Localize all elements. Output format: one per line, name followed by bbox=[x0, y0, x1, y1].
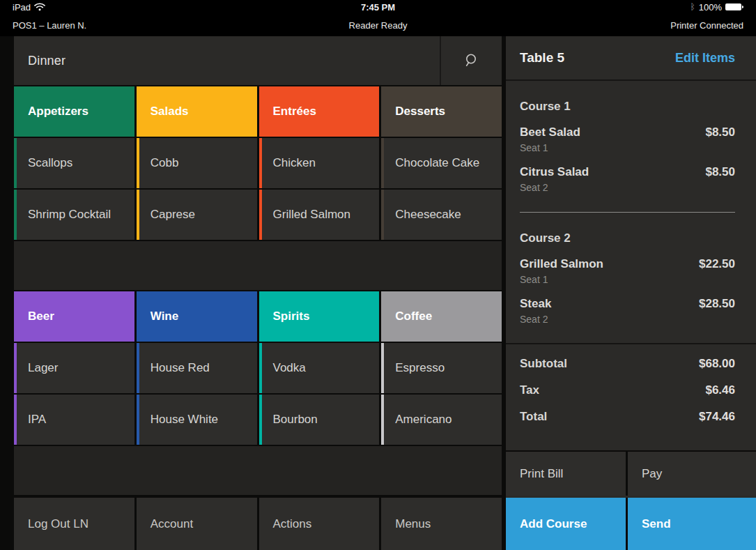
ticket-item-price: $8.50 bbox=[705, 165, 735, 179]
ios-status-bar: iPad 7:45 PM ᛒ 100% bbox=[0, 0, 756, 14]
ticket-item-line: Steak$28.50 bbox=[520, 297, 735, 311]
bluetooth-icon: ᛒ bbox=[691, 3, 695, 11]
category-tile-spirits[interactable]: Spirits bbox=[259, 291, 380, 342]
totals-section: Subtotal$68.00Tax$6.46Total$74.46 bbox=[520, 357, 735, 424]
total-row-total: Total$74.46 bbox=[520, 410, 735, 424]
printer-status: Printer Connected bbox=[670, 20, 743, 31]
total-value: $68.00 bbox=[699, 357, 735, 371]
category-tile-wine[interactable]: Wine bbox=[137, 291, 257, 342]
menu-header: Dinner bbox=[14, 36, 502, 85]
item-tile-lager[interactable]: Lager bbox=[14, 343, 134, 393]
item-tile-ipa[interactable]: IPA bbox=[14, 395, 134, 445]
item-tile-bourbon[interactable]: Bourbon bbox=[259, 395, 380, 445]
ticket-item-name: Beet Salad bbox=[520, 125, 580, 139]
empty-grid-space bbox=[14, 446, 502, 495]
send-button[interactable]: Send bbox=[628, 498, 756, 550]
item-tile-grilled-salmon[interactable]: Grilled Salmon bbox=[259, 190, 380, 240]
ticket-item-seat: Seat 1 bbox=[520, 142, 735, 153]
totals-divider bbox=[506, 343, 756, 344]
app-status-bar: POS1 – Lauren N. Reader Ready Printer Co… bbox=[0, 14, 756, 36]
total-value: $74.46 bbox=[699, 410, 735, 424]
search-button[interactable] bbox=[441, 36, 502, 85]
ticket-item-beet-salad[interactable]: Beet Salad$8.50Seat 1 bbox=[520, 125, 735, 153]
wifi-icon bbox=[34, 3, 45, 11]
item-tile-caprese[interactable]: Caprese bbox=[137, 190, 257, 240]
ticket-item-steak[interactable]: Steak$28.50Seat 2 bbox=[520, 297, 735, 325]
total-label: Subtotal bbox=[520, 357, 567, 371]
ticket-item-name: Citrus Salad bbox=[520, 165, 589, 179]
total-label: Total bbox=[520, 410, 547, 424]
total-row-tax: Tax$6.46 bbox=[520, 383, 735, 397]
ticket-item-grilled-salmon[interactable]: Grilled Salmon$22.50Seat 1 bbox=[520, 257, 735, 285]
course-heading: Course 2 bbox=[520, 231, 735, 245]
total-value: $6.46 bbox=[705, 383, 735, 397]
item-tile-americano[interactable]: Americano bbox=[381, 395, 502, 445]
add-course-button[interactable]: Add Course bbox=[506, 498, 626, 550]
category-row: AppetizersSaladsEntréesDesserts bbox=[14, 86, 502, 137]
nav-button-menus[interactable]: Menus bbox=[381, 498, 502, 550]
category-tile-desserts[interactable]: Desserts bbox=[381, 86, 502, 137]
category-tile-entrees[interactable]: Entrées bbox=[259, 86, 380, 137]
bottom-nav-row: Log Out LNAccountActionsMenus bbox=[14, 498, 502, 550]
ticket-item-line: Grilled Salmon$22.50 bbox=[520, 257, 735, 271]
item-tile-house-red[interactable]: House Red bbox=[137, 343, 257, 393]
ticket-item-price: $28.50 bbox=[699, 297, 735, 311]
ticket-item-line: Beet Salad$8.50 bbox=[520, 125, 735, 139]
item-tile-house-white[interactable]: House White bbox=[137, 395, 257, 445]
carrier-label: iPad bbox=[13, 2, 31, 13]
item-row: IPAHouse WhiteBourbonAmericano bbox=[14, 395, 502, 445]
course-divider bbox=[520, 212, 735, 213]
total-label: Tax bbox=[520, 383, 539, 397]
item-tile-cobb[interactable]: Cobb bbox=[137, 138, 257, 188]
ticket-item-name: Steak bbox=[520, 297, 551, 311]
register-employee-label: POS1 – Lauren N. bbox=[13, 20, 86, 31]
nav-button-account[interactable]: Account bbox=[137, 498, 257, 550]
course-heading: Course 1 bbox=[520, 100, 735, 114]
ticket-item-seat: Seat 2 bbox=[520, 314, 735, 325]
nav-button-actions[interactable]: Actions bbox=[259, 498, 380, 550]
reader-status: Reader Ready bbox=[349, 20, 408, 31]
edit-items-button[interactable]: Edit Items bbox=[675, 51, 735, 66]
ticket-panel: Table 5 Edit Items Course 1Beet Salad$8.… bbox=[506, 36, 756, 550]
ticket-item-price: $22.50 bbox=[699, 257, 735, 271]
item-tile-shrimp-cocktail[interactable]: Shrimp Cocktail bbox=[14, 190, 134, 240]
item-row: LagerHouse RedVodkaEspresso bbox=[14, 343, 502, 393]
secondary-actions-row: Print Bill Pay bbox=[506, 450, 756, 496]
table-name: Table 5 bbox=[520, 50, 675, 66]
item-tile-chocolate-cake[interactable]: Chocolate Cake bbox=[381, 138, 502, 188]
main-area: Dinner AppetizersSaladsEntréesDessertsSc… bbox=[0, 36, 756, 550]
pay-button[interactable]: Pay bbox=[628, 452, 756, 496]
total-row-subtotal: Subtotal$68.00 bbox=[520, 357, 735, 371]
ticket-header: Table 5 Edit Items bbox=[506, 36, 756, 81]
primary-actions-row: Add Course Send bbox=[506, 498, 756, 550]
item-tile-espresso[interactable]: Espresso bbox=[381, 343, 502, 393]
ticket-item-seat: Seat 2 bbox=[520, 182, 735, 193]
print-bill-button[interactable]: Print Bill bbox=[506, 452, 626, 496]
menu-title: Dinner bbox=[14, 36, 440, 85]
clock: 7:45 PM bbox=[361, 2, 395, 13]
category-row: BeerWineSpiritsCoffee bbox=[14, 291, 502, 342]
item-tile-cheesecake[interactable]: Cheesecake bbox=[381, 190, 502, 240]
category-tile-beer[interactable]: Beer bbox=[14, 291, 134, 342]
category-tile-appetizers[interactable]: Appetizers bbox=[14, 86, 134, 137]
ticket-item-citrus-salad[interactable]: Citrus Salad$8.50Seat 2 bbox=[520, 165, 735, 193]
menu-panel: Dinner AppetizersSaladsEntréesDessertsSc… bbox=[0, 36, 502, 550]
ticket-item-seat: Seat 1 bbox=[520, 274, 735, 285]
item-row: ScallopsCobbChickenChocolate Cake bbox=[14, 138, 502, 188]
item-row: Shrimp CocktailCapreseGrilled SalmonChee… bbox=[14, 190, 502, 240]
category-tile-salads[interactable]: Salads bbox=[137, 86, 257, 137]
empty-grid-space bbox=[14, 241, 502, 290]
item-tile-scallops[interactable]: Scallops bbox=[14, 138, 134, 188]
item-tile-vodka[interactable]: Vodka bbox=[259, 343, 380, 393]
nav-button-log-out-ln[interactable]: Log Out LN bbox=[14, 498, 134, 550]
ticket-item-price: $8.50 bbox=[705, 125, 735, 139]
ticket-item-line: Citrus Salad$8.50 bbox=[520, 165, 735, 179]
category-tile-coffee[interactable]: Coffee bbox=[381, 291, 502, 342]
battery-percent: 100% bbox=[699, 2, 722, 13]
search-icon bbox=[463, 52, 481, 70]
ticket-body: Course 1Beet Salad$8.50Seat 1Citrus Sala… bbox=[506, 81, 756, 450]
battery-icon bbox=[725, 3, 743, 10]
ticket-item-name: Grilled Salmon bbox=[520, 257, 603, 271]
item-tile-chicken[interactable]: Chicken bbox=[259, 138, 380, 188]
